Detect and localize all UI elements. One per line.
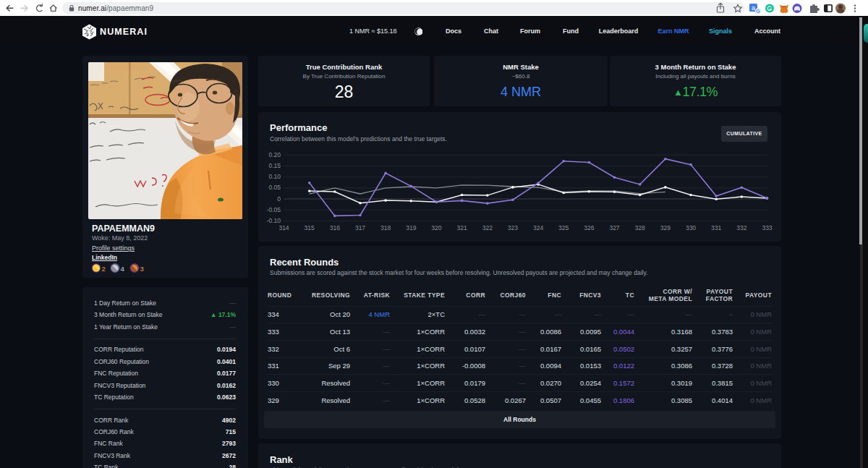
svg-text:318: 318 bbox=[380, 224, 391, 231]
svg-text:2: 2 bbox=[102, 265, 106, 273]
svg-text:331: 331 bbox=[711, 224, 721, 231]
svg-text:329: 329 bbox=[660, 224, 671, 231]
svg-text:0.05: 0.05 bbox=[268, 184, 281, 191]
svg-text:0.10: 0.10 bbox=[268, 173, 281, 180]
svg-text:333: 333 bbox=[762, 224, 772, 231]
svg-text:-0.10: -0.10 bbox=[267, 217, 281, 224]
svg-text:0.20: 0.20 bbox=[268, 151, 281, 158]
svg-text:316: 316 bbox=[330, 224, 340, 231]
svg-text:0.15: 0.15 bbox=[268, 162, 281, 169]
svg-text:3: 3 bbox=[140, 265, 144, 273]
svg-text:4: 4 bbox=[121, 265, 125, 273]
svg-text:325: 325 bbox=[558, 224, 569, 231]
svg-text:323: 323 bbox=[508, 224, 518, 231]
svg-text:0: 0 bbox=[277, 195, 281, 203]
svg-text:326: 326 bbox=[584, 224, 594, 231]
svg-text:332: 332 bbox=[736, 224, 746, 231]
svg-text:317: 317 bbox=[355, 224, 365, 231]
svg-text:319: 319 bbox=[406, 224, 416, 231]
svg-text:330: 330 bbox=[686, 224, 696, 231]
svg-text:G: G bbox=[756, 8, 760, 14]
svg-text:315: 315 bbox=[305, 224, 315, 231]
svg-text:a: a bbox=[752, 4, 755, 12]
svg-text:322: 322 bbox=[482, 224, 493, 231]
svg-text:327: 327 bbox=[609, 224, 619, 231]
svg-text:-0.05: -0.05 bbox=[267, 206, 281, 213]
svg-text:314: 314 bbox=[278, 224, 289, 231]
svg-text:321: 321 bbox=[457, 224, 467, 231]
svg-text:320: 320 bbox=[431, 224, 441, 231]
svg-text:328: 328 bbox=[635, 224, 645, 231]
svg-text:324: 324 bbox=[533, 224, 543, 231]
